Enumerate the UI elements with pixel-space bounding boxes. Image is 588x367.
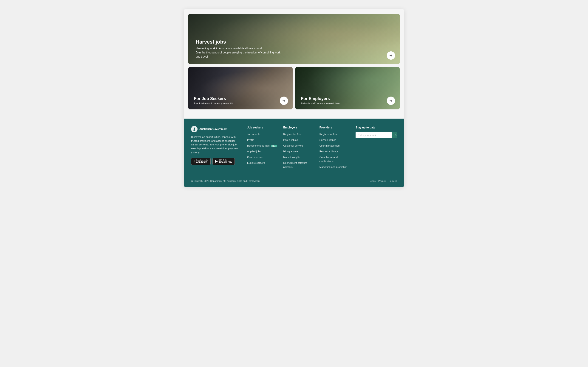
footer-col-employers-list: Register for free Post a job ad Customer… [283,132,314,169]
list-item: Market insights [283,155,314,159]
compliance-link[interactable]: Compliance and certifications [320,156,338,163]
hero-description: Harvesting work in Australia is availabl… [196,46,283,59]
app-store-sub: Download on the [196,159,208,161]
employers-content: For Employers Reliable staff, when you n… [295,92,400,109]
list-item: Hiring advice [283,149,314,153]
footer-col-providers-list: Register for free Service listings User … [320,132,350,169]
hiring-advice-link[interactable]: Hiring advice [283,150,298,153]
post-job-link[interactable]: Post a job ad [283,139,298,141]
employers-arrow-button[interactable] [387,97,395,105]
svg-point-0 [194,127,195,129]
privacy-link[interactable]: Privacy [378,180,386,182]
footer-col-job-seekers-heading: Job seekers [247,126,278,129]
resource-library-link[interactable]: Resource library [320,150,338,153]
list-item: Register for free [283,132,314,136]
footer-col-employers-heading: Employers [283,126,314,129]
hero-content: Harvest jobs Harvesting work in Australi… [188,33,400,64]
hero-title: Harvest jobs [196,39,392,45]
footer-col-providers: Providers Register for free Service list… [320,126,350,170]
list-item: User management [320,143,350,148]
brand-description: Discover job opportunities, connect with… [191,135,242,154]
gov-logo: Australian Government [191,126,242,132]
job-search-link[interactable]: Job search [247,133,259,135]
job-seekers-content: For Job Seekers Predictable work, when y… [188,92,293,109]
recommended-jobs-link[interactable]: Recommended jobs New [247,144,277,147]
email-form [355,132,397,138]
service-listings-link[interactable]: Service listings [320,139,336,141]
applied-jobs-link[interactable]: Applied jobs [247,150,261,153]
list-item: Resource library [320,149,350,153]
footer-bottom: @Copyright 2020, Department of Education… [191,176,397,182]
list-item: Post a job ad [283,138,314,142]
copyright-text: @Copyright 2020, Department of Education… [191,180,366,182]
user-management-link[interactable]: User management [320,144,340,147]
list-item: Register for free [320,132,350,136]
page-wrapper: Harvest jobs Harvesting work in Australi… [184,9,404,187]
hero-card[interactable]: Harvest jobs Harvesting work in Australi… [188,14,400,64]
gov-logo-icon [191,126,198,132]
job-seekers-title: For Job Seekers [194,96,287,101]
footer: Australian Government Discover job oppor… [184,119,404,187]
google-play-badge[interactable]: ▶ GET IT ON Google Play [212,158,235,165]
email-input[interactable] [355,132,392,138]
gov-logo-text: Australian Government [199,127,227,131]
app-store-label: App Store [196,161,208,164]
employers-desc: Reliable staff, when you need them. [301,102,394,105]
new-badge: New [271,145,277,147]
employers-card[interactable]: For Employers Reliable staff, when you n… [295,67,400,109]
marketing-link[interactable]: Marketing and promotion [320,166,347,168]
explore-careers-link[interactable]: Explore careers [247,161,265,164]
footer-brand: Australian Government Discover job oppor… [191,126,242,170]
career-advice-link[interactable]: Career advice [247,156,263,158]
terms-link[interactable]: Terms [369,180,376,182]
list-item: Service listings [320,138,350,142]
providers-register-link[interactable]: Register for free [320,133,338,135]
google-play-sub: GET IT ON [219,159,232,161]
list-item: Job search [247,132,278,136]
list-item: Profile [247,138,278,142]
profile-link[interactable]: Profile [247,139,254,141]
job-seekers-arrow-button[interactable] [280,97,288,105]
footer-col-employers: Employers Register for free Post a job a… [283,126,314,170]
footer-top: Australian Government Discover job oppor… [191,126,397,176]
app-store-badge[interactable]:  Download on the App Store [191,158,211,165]
list-item: Career advice [247,155,278,159]
recruitment-software-link[interactable]: Recruitment software partners [283,161,307,168]
list-item: Customer service [283,143,314,148]
app-badges:  Download on the App Store ▶ GET IT ON … [191,158,242,165]
employers-register-link[interactable]: Register for free [283,133,301,135]
email-submit-button[interactable] [392,132,397,138]
google-play-label: Google Play [219,161,232,164]
list-item: Applied jobs [247,149,278,153]
job-seekers-card[interactable]: For Job Seekers Predictable work, when y… [188,67,293,109]
list-item: Recommended jobs New [247,143,278,148]
footer-col-job-seekers-list: Job search Profile Recommended jobs New … [247,132,278,165]
apple-icon:  [194,159,195,163]
list-item: Recruitment software partners [283,161,314,169]
stay-updated-heading: Stay up to date [355,126,397,129]
google-play-icon: ▶ [215,159,218,163]
stay-updated-section: Stay up to date [355,126,397,170]
employers-title: For Employers [301,96,394,101]
footer-bottom-links: Terms Privacy Cookies [369,180,397,182]
cookies-link[interactable]: Cookies [389,180,397,182]
list-item: Compliance and certifications [320,155,350,163]
main-content: Harvest jobs Harvesting work in Australi… [184,9,404,119]
two-col-section: For Job Seekers Predictable work, when y… [188,67,400,109]
footer-col-providers-heading: Providers [320,126,350,129]
hero-arrow-button[interactable] [387,51,395,60]
list-item: Explore careers [247,161,278,165]
job-seekers-desc: Predictable work, when you want it. [194,102,287,105]
market-insights-link[interactable]: Market insights [283,156,300,158]
customer-service-link[interactable]: Customer service [283,144,303,147]
list-item: Marketing and promotion [320,165,350,169]
footer-col-job-seekers: Job seekers Job search Profile Recommend… [247,126,278,170]
svg-point-1 [193,129,195,131]
